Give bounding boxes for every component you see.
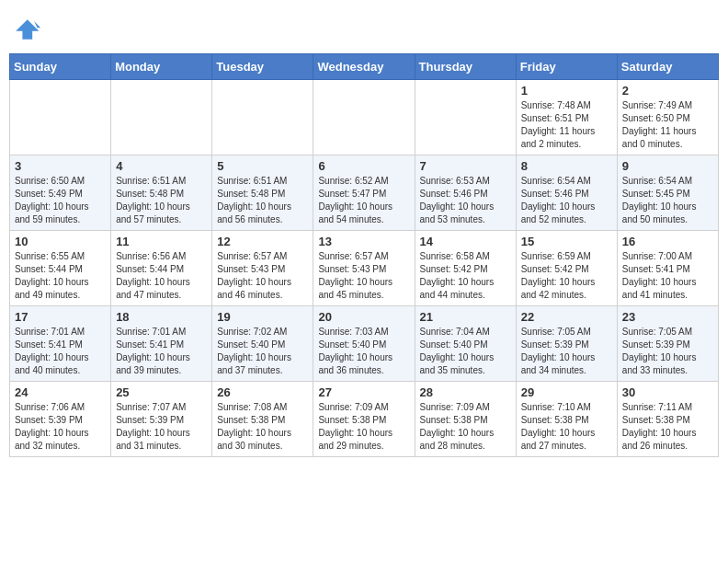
day-number: 13 (318, 235, 409, 248)
day-number: 26 (217, 385, 308, 399)
calendar-cell: 2Sunrise: 7:49 AM Sunset: 6:50 PM Daylig… (617, 80, 718, 155)
day-info: Sunrise: 6:58 AM Sunset: 5:42 PM Dayligh… (420, 250, 511, 302)
day-info: Sunrise: 6:55 AM Sunset: 5:44 PM Dayligh… (15, 250, 106, 302)
calendar-cell: 8Sunrise: 6:54 AM Sunset: 5:46 PM Daylig… (516, 155, 617, 231)
day-number: 6 (318, 159, 409, 173)
calendar-cell: 23Sunrise: 7:05 AM Sunset: 5:39 PM Dayli… (617, 306, 718, 382)
calendar-table: SundayMondayTuesdayWednesdayThursdayFrid… (9, 53, 719, 457)
day-info: Sunrise: 6:54 AM Sunset: 5:46 PM Dayligh… (521, 175, 612, 226)
day-info: Sunrise: 7:05 AM Sunset: 5:39 PM Dayligh… (622, 326, 713, 377)
calendar-cell: 28Sunrise: 7:09 AM Sunset: 5:38 PM Dayli… (415, 382, 516, 457)
weekday-header-row: SundayMondayTuesdayWednesdayThursdayFrid… (10, 54, 719, 80)
day-info: Sunrise: 7:08 AM Sunset: 5:38 PM Dayligh… (217, 401, 308, 453)
calendar-cell: 16Sunrise: 7:00 AM Sunset: 5:41 PM Dayli… (617, 231, 718, 306)
day-number: 24 (15, 385, 106, 399)
day-info: Sunrise: 7:10 AM Sunset: 5:38 PM Dayligh… (521, 401, 612, 453)
day-info: Sunrise: 7:02 AM Sunset: 5:40 PM Dayligh… (217, 326, 308, 377)
day-number: 1 (521, 84, 612, 98)
calendar-cell: 18Sunrise: 7:01 AM Sunset: 5:41 PM Dayli… (111, 306, 212, 382)
calendar-cell: 11Sunrise: 6:56 AM Sunset: 5:44 PM Dayli… (111, 231, 212, 306)
day-info: Sunrise: 6:52 AM Sunset: 5:47 PM Dayligh… (318, 175, 409, 226)
calendar-cell: 30Sunrise: 7:11 AM Sunset: 5:38 PM Dayli… (617, 382, 718, 457)
day-info: Sunrise: 6:51 AM Sunset: 5:48 PM Dayligh… (116, 175, 207, 226)
calendar-cell: 3Sunrise: 6:50 AM Sunset: 5:49 PM Daylig… (10, 155, 111, 231)
calendar-cell (212, 80, 313, 155)
day-info: Sunrise: 7:06 AM Sunset: 5:39 PM Dayligh… (15, 401, 106, 453)
day-number: 9 (622, 159, 713, 173)
day-number: 19 (217, 310, 308, 324)
calendar-cell: 4Sunrise: 6:51 AM Sunset: 5:48 PM Daylig… (111, 155, 212, 231)
calendar-cell: 15Sunrise: 6:59 AM Sunset: 5:42 PM Dayli… (516, 231, 617, 306)
day-info: Sunrise: 6:57 AM Sunset: 5:43 PM Dayligh… (318, 250, 409, 302)
day-info: Sunrise: 6:56 AM Sunset: 5:44 PM Dayligh… (116, 250, 207, 302)
day-number: 21 (420, 310, 511, 324)
header-tuesday: Tuesday (212, 54, 313, 80)
day-number: 25 (116, 385, 207, 399)
day-info: Sunrise: 7:01 AM Sunset: 5:41 PM Dayligh… (15, 326, 106, 377)
page-header (9, 9, 719, 46)
calendar-cell: 26Sunrise: 7:08 AM Sunset: 5:38 PM Dayli… (212, 382, 313, 457)
logo-icon (9, 13, 42, 46)
day-info: Sunrise: 7:48 AM Sunset: 6:51 PM Dayligh… (521, 99, 612, 151)
day-number: 2 (622, 84, 713, 98)
week-row-2: 3Sunrise: 6:50 AM Sunset: 5:49 PM Daylig… (10, 155, 719, 231)
header-friday: Friday (516, 54, 617, 80)
calendar-cell: 1Sunrise: 7:48 AM Sunset: 6:51 PM Daylig… (516, 80, 617, 155)
calendar-cell: 9Sunrise: 6:54 AM Sunset: 5:45 PM Daylig… (617, 155, 718, 231)
day-number: 7 (420, 159, 511, 173)
week-row-1: 1Sunrise: 7:48 AM Sunset: 6:51 PM Daylig… (10, 80, 719, 155)
header-thursday: Thursday (415, 54, 516, 80)
calendar-cell: 12Sunrise: 6:57 AM Sunset: 5:43 PM Dayli… (212, 231, 313, 306)
calendar-cell (313, 80, 415, 155)
day-number: 4 (116, 159, 207, 173)
day-number: 18 (116, 310, 207, 324)
calendar-cell: 14Sunrise: 6:58 AM Sunset: 5:42 PM Dayli… (415, 231, 516, 306)
day-number: 5 (217, 159, 308, 173)
day-number: 8 (521, 159, 612, 173)
week-row-3: 10Sunrise: 6:55 AM Sunset: 5:44 PM Dayli… (10, 231, 719, 306)
day-info: Sunrise: 7:00 AM Sunset: 5:41 PM Dayligh… (622, 250, 713, 302)
day-number: 15 (521, 235, 612, 248)
calendar-cell: 6Sunrise: 6:52 AM Sunset: 5:47 PM Daylig… (313, 155, 415, 231)
calendar-cell (111, 80, 212, 155)
calendar-cell: 13Sunrise: 6:57 AM Sunset: 5:43 PM Dayli… (313, 231, 415, 306)
header-saturday: Saturday (617, 54, 718, 80)
header-monday: Monday (111, 54, 212, 80)
day-number: 14 (420, 235, 511, 248)
calendar-cell: 22Sunrise: 7:05 AM Sunset: 5:39 PM Dayli… (516, 306, 617, 382)
day-info: Sunrise: 7:11 AM Sunset: 5:38 PM Dayligh… (622, 401, 713, 453)
calendar-cell (10, 80, 111, 155)
calendar-cell: 29Sunrise: 7:10 AM Sunset: 5:38 PM Dayli… (516, 382, 617, 457)
week-row-5: 24Sunrise: 7:06 AM Sunset: 5:39 PM Dayli… (10, 382, 719, 457)
day-info: Sunrise: 6:53 AM Sunset: 5:46 PM Dayligh… (420, 175, 511, 226)
day-info: Sunrise: 7:04 AM Sunset: 5:40 PM Dayligh… (420, 326, 511, 377)
calendar-cell: 20Sunrise: 7:03 AM Sunset: 5:40 PM Dayli… (313, 306, 415, 382)
day-number: 10 (15, 235, 106, 248)
day-number: 27 (318, 385, 409, 399)
day-number: 12 (217, 235, 308, 248)
day-info: Sunrise: 7:05 AM Sunset: 5:39 PM Dayligh… (521, 326, 612, 377)
day-number: 11 (116, 235, 207, 248)
calendar-cell: 27Sunrise: 7:09 AM Sunset: 5:38 PM Dayli… (313, 382, 415, 457)
day-number: 30 (622, 385, 713, 399)
header-sunday: Sunday (10, 54, 111, 80)
day-number: 3 (15, 159, 106, 173)
day-info: Sunrise: 6:57 AM Sunset: 5:43 PM Dayligh… (217, 250, 308, 302)
day-info: Sunrise: 7:09 AM Sunset: 5:38 PM Dayligh… (420, 401, 511, 453)
day-info: Sunrise: 6:51 AM Sunset: 5:48 PM Dayligh… (217, 175, 308, 226)
day-number: 22 (521, 310, 612, 324)
day-number: 20 (318, 310, 409, 324)
day-info: Sunrise: 6:50 AM Sunset: 5:49 PM Dayligh… (15, 175, 106, 226)
week-row-4: 17Sunrise: 7:01 AM Sunset: 5:41 PM Dayli… (10, 306, 719, 382)
day-number: 16 (622, 235, 713, 248)
day-info: Sunrise: 7:03 AM Sunset: 5:40 PM Dayligh… (318, 326, 409, 377)
calendar-cell: 24Sunrise: 7:06 AM Sunset: 5:39 PM Dayli… (10, 382, 111, 457)
day-info: Sunrise: 7:01 AM Sunset: 5:41 PM Dayligh… (116, 326, 207, 377)
calendar-cell: 19Sunrise: 7:02 AM Sunset: 5:40 PM Dayli… (212, 306, 313, 382)
day-info: Sunrise: 6:59 AM Sunset: 5:42 PM Dayligh… (521, 250, 612, 302)
calendar-cell: 25Sunrise: 7:07 AM Sunset: 5:39 PM Dayli… (111, 382, 212, 457)
day-number: 28 (420, 385, 511, 399)
calendar-cell: 17Sunrise: 7:01 AM Sunset: 5:41 PM Dayli… (10, 306, 111, 382)
day-number: 17 (15, 310, 106, 324)
logo (9, 13, 46, 46)
